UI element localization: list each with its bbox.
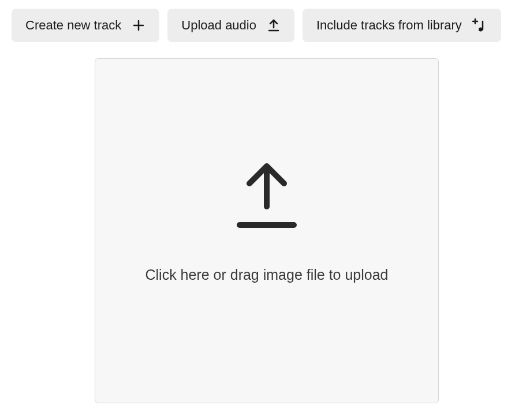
svg-point-6 bbox=[479, 28, 483, 32]
action-button-row: Create new track Upload audio Include tr… bbox=[12, 9, 518, 42]
include-tracks-label: Include tracks from library bbox=[316, 18, 462, 33]
image-upload-dropzone[interactable]: Click here or drag image file to upload bbox=[95, 58, 439, 403]
dropzone-prompt-text: Click here or drag image file to upload bbox=[145, 267, 388, 283]
add-music-icon bbox=[472, 18, 487, 33]
upload-audio-label: Upload audio bbox=[181, 18, 256, 33]
upload-audio-button[interactable]: Upload audio bbox=[167, 9, 294, 42]
plus-icon bbox=[132, 18, 145, 32]
create-new-track-button[interactable]: Create new track bbox=[12, 9, 159, 42]
upload-icon bbox=[235, 162, 298, 233]
create-new-track-label: Create new track bbox=[25, 18, 121, 33]
include-tracks-from-library-button[interactable]: Include tracks from library bbox=[303, 9, 501, 42]
upload-icon bbox=[267, 18, 281, 32]
